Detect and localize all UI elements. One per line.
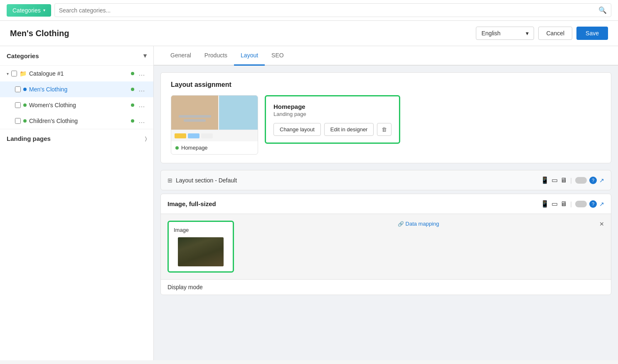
search-input[interactable] [59,7,598,14]
edit-in-designer-button[interactable]: Edit in designer [324,123,374,136]
top-search-bar: Categories ▾ 🔍 [0,0,618,21]
external-link-icon[interactable]: ↗ [599,177,604,184]
header-actions: English ▾ Cancel Save [476,27,608,40]
catalogue-more-button[interactable]: … [137,69,147,78]
categories-chevron-icon: ▾ [43,8,45,12]
mens-clothing-status-dot [131,88,134,91]
main-layout: Categories ▾ ▾ 📁 Catalogue #1 … Men's Cl… [0,46,618,360]
sidebar: Categories ▾ ▾ 📁 Catalogue #1 … Men's Cl… [0,46,154,360]
separator-1: | [570,177,572,184]
womens-clothing-checkbox[interactable] [15,102,21,108]
womens-clothing-more-button[interactable]: … [137,101,147,110]
sidebar-categories-label: Categories [7,52,39,59]
desktop-icon[interactable]: 🖥 [560,177,567,184]
close-image-button[interactable]: ✕ [599,221,604,227]
data-mapping-text: Data mapping [406,221,439,227]
tablet-icon[interactable]: ▭ [552,176,558,184]
categories-button[interactable]: Categories ▾ [7,4,51,17]
layout-section-icons: 📱 ▭ 🖥 | ? ↗ [541,176,604,184]
preview-bar-1 [179,115,211,118]
image-right-panel: 🔗 Data mapping ✕ [241,221,604,227]
section-toggle[interactable] [575,177,587,184]
image-section-icons: 📱 ▭ 🖥 | ? ↗ [541,200,604,208]
cancel-button[interactable]: Cancel [538,27,572,40]
selected-layout-info: Homepage Landing page Change layout Edit… [265,95,400,144]
catalogue-checkbox[interactable] [11,71,17,76]
image-content-area: Image 🔗 Data mapping [161,214,611,279]
layout-card-label: Homepage [171,141,258,154]
image-desktop-icon[interactable]: 🖥 [560,200,567,208]
catalogue-status-dot [131,72,134,75]
layout-assignment-title: Layout assignment [171,81,601,89]
help-icon[interactable]: ? [589,177,597,184]
page-title: Men's Clothing [10,29,69,38]
header-bar: Men's Clothing English ▾ Cancel Save [0,21,618,46]
catalogue-folder-icon: 📁 [20,70,27,77]
search-container: 🔍 [54,3,611,17]
tab-products[interactable]: Products [198,46,234,66]
mens-clothing-checkbox[interactable] [15,86,21,92]
tabs-bar: General Products Layout SEO [154,46,618,66]
womens-clothing-status-dot [131,103,134,107]
language-select[interactable]: English ▾ [476,27,534,40]
childrens-clothing-label: Children's Clothing [29,118,128,124]
image-card-label: Image [174,227,228,233]
image-card[interactable]: Image [167,221,234,273]
display-mode-label: Display mode [161,279,611,295]
landing-pages-section: Landing pages 〉 [0,129,153,148]
data-mapping-link[interactable]: 🔗 Data mapping [398,221,439,227]
layout-section-left: ⊞ Layout section - Default [167,177,237,184]
layout-card-homepage[interactable]: Homepage [171,95,258,155]
selected-layout-sub: Landing page [273,111,391,117]
mens-clothing-label[interactable]: Men's Clothing [29,86,128,93]
layout-cards-container: Homepage Homepage Landing page Change la… [171,95,601,155]
image-external-link-icon[interactable]: ↗ [599,201,604,207]
tab-general[interactable]: General [164,46,198,66]
mens-clothing-more-button[interactable]: … [137,85,147,94]
childrens-clothing-checkbox[interactable] [15,118,21,124]
image-section-title: Image, full-sized [167,200,216,207]
layout-card-preview [171,96,258,141]
tab-seo[interactable]: SEO [265,46,291,66]
layout-section-grid-icon: ⊞ [167,177,172,184]
tab-layout[interactable]: Layout [234,46,265,66]
search-icon: 🔍 [598,6,607,14]
homepage-card-label: Homepage [181,145,208,151]
catalogue-label: Catalogue #1 [29,70,128,77]
image-thumbnail [178,237,224,266]
image-full-sized-section: Image, full-sized 📱 ▭ 🖥 | ? ↗ Image [160,194,611,295]
selected-layout-actions: Change layout Edit in designer 🗑 [273,123,391,136]
mens-clothing-active-dot [23,88,27,91]
childrens-clothing-status-dot [131,119,134,123]
preview-strip-grey [201,133,213,138]
preview-bar-2 [184,119,206,122]
childrens-active-dot [23,119,27,123]
catalogue-expand-icon[interactable]: ▾ [7,71,9,76]
selected-layout-name: Homepage [273,103,391,110]
tree-item-mens-clothing[interactable]: Men's Clothing … [0,81,153,97]
tree-item-childrens-clothing[interactable]: Children's Clothing … [0,113,153,129]
categories-button-label: Categories [12,7,41,14]
layout-section-label: Layout section - Default [176,177,237,184]
tree-item-catalogue: ▾ 📁 Catalogue #1 … [0,66,153,81]
homepage-status-dot [175,146,179,150]
mobile-icon[interactable]: 📱 [541,176,549,184]
image-help-icon[interactable]: ? [589,200,597,208]
image-toggle[interactable] [575,201,587,207]
landing-pages-chevron-icon[interactable]: 〉 [145,136,147,142]
preview-strip-yellow [175,133,186,138]
delete-layout-button[interactable]: 🗑 [377,123,391,136]
tree-item-womens-clothing[interactable]: Women's Clothing … [0,97,153,113]
image-tablet-icon[interactable]: ▭ [552,200,558,208]
layout-assignment-section: Layout assignment [160,72,611,163]
childrens-clothing-more-button[interactable]: … [137,116,147,125]
delete-icon: 🗑 [382,126,387,133]
layout-section-default: ⊞ Layout section - Default 📱 ▭ 🖥 | ? ↗ [160,170,611,190]
save-button[interactable]: Save [576,27,608,40]
image-mock [178,237,224,266]
landing-pages-label: Landing pages [7,135,51,142]
sidebar-categories-chevron-icon[interactable]: ▾ [143,52,147,59]
womens-clothing-label: Women's Clothing [29,102,128,108]
image-mobile-icon[interactable]: 📱 [541,200,549,208]
change-layout-button[interactable]: Change layout [273,123,321,136]
